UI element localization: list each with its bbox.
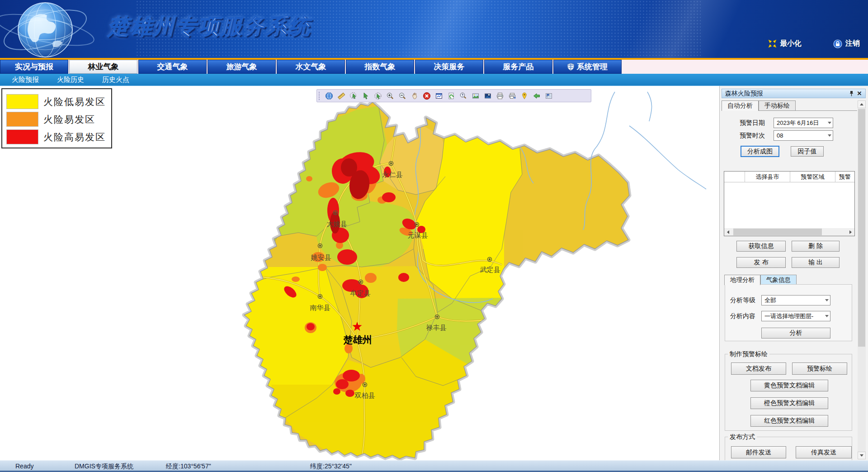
county-label: 元谋县	[408, 231, 428, 239]
column-header-warning[interactable]: 预警	[835, 172, 854, 182]
county-label: 南华县	[310, 304, 330, 312]
tab-realtime-forecast[interactable]: 实况与预报	[0, 60, 68, 74]
clear-tool-icon[interactable]	[422, 91, 431, 100]
application-window: 楚雄州专项服务系统 最小化 注销	[0, 0, 868, 472]
table-header: 选择县市 预警区域 预警	[724, 172, 854, 182]
subtab-fire-risk-history[interactable]: 火险历史	[51, 76, 90, 84]
map-legend: 火险低易发区 火险易发区 火险高易发区	[1, 88, 112, 148]
scroll-up-arrow-icon[interactable]	[858, 100, 866, 108]
county-label: 姚安县	[311, 253, 331, 262]
legend-item-high: 火险高易发区	[6, 128, 111, 146]
email-send-button[interactable]: 邮件发送	[731, 446, 786, 458]
column-header-county[interactable]: 选择县市	[745, 172, 790, 182]
county-regions	[235, 95, 642, 460]
legend-item-medium: 火险易发区	[6, 110, 111, 128]
minimize-icon	[768, 39, 777, 48]
previous-view-tool-icon[interactable]	[532, 91, 541, 100]
column-header-blank[interactable]	[724, 172, 745, 182]
orange-warning-doc-button[interactable]: 橙色预警文档编辑	[750, 397, 828, 409]
pointer-tool-icon[interactable]	[361, 91, 370, 100]
geo-tab-bar: 地理分析 气象信息	[724, 275, 860, 285]
analysis-content-select[interactable]: 一请选择地理图层-	[761, 311, 830, 321]
panel-title: 森林火险预报	[725, 90, 847, 98]
red-warning-doc-button[interactable]: 红色预警文档编辑	[750, 415, 828, 427]
tab-traffic-weather[interactable]: 交通气象	[138, 60, 207, 74]
scrollbar-thumb[interactable]	[733, 229, 822, 235]
legend-item-low: 火险低易发区	[6, 93, 111, 110]
tab-label: 指数气象	[365, 62, 396, 72]
tab-service-products[interactable]: 服务产品	[484, 60, 552, 74]
analysis-level-label: 分析等级	[730, 296, 755, 305]
warning-time-select[interactable]: 08	[774, 130, 833, 141]
analyze-button[interactable]: 分析	[761, 328, 830, 339]
subtab-fire-risk-forecast[interactable]: 火险预报	[5, 76, 45, 84]
print-setup-tool-icon[interactable]	[508, 91, 517, 100]
warning-table[interactable]: 选择县市 预警区域 预警	[724, 171, 855, 236]
tab-label: 交通气象	[157, 62, 188, 72]
logout-button[interactable]: 注销	[833, 39, 860, 48]
tab-label: 服务产品	[503, 62, 534, 72]
column-header-region[interactable]: 预警区域	[790, 172, 835, 182]
panel-tab-auto-analysis[interactable]: 自动分析	[722, 100, 759, 111]
marking-group-title: 制作预警标绘	[728, 350, 769, 358]
doc-publish-button[interactable]: 文档发布	[731, 362, 786, 375]
select-circle-tool-icon[interactable]	[349, 91, 358, 100]
refresh-tool-icon[interactable]	[447, 91, 456, 100]
geo-tab-weather-info[interactable]: 气象信息	[760, 275, 797, 285]
subtab-historical-fire-points[interactable]: 历史火点	[96, 76, 136, 84]
tab-hydro-weather[interactable]: 水文气象	[277, 60, 345, 74]
print-tool-icon[interactable]	[495, 91, 505, 100]
tab-index-weather[interactable]: 指数气象	[346, 60, 414, 74]
scroll-down-arrow-icon[interactable]	[858, 452, 866, 459]
chevron-down-icon	[828, 122, 831, 124]
county-label: 永仁县	[382, 171, 403, 179]
warning-date-select[interactable]: 2023年 6月16日	[774, 118, 833, 128]
table-horizontal-scrollbar[interactable]	[724, 228, 854, 236]
map-flag-tool-icon[interactable]	[544, 91, 553, 100]
tab-forestry-weather[interactable]: 林业气象	[69, 60, 137, 74]
map-viewport[interactable]: 永仁县 元谋县 大姚县 姚安县 武定县 牟定县 南华县 禄丰县 双柏县 楚雄州 …	[0, 86, 719, 460]
panel-scrollbar[interactable]	[858, 100, 866, 459]
scroll-left-arrow-icon[interactable]	[724, 228, 732, 236]
get-info-button[interactable]: 获取信息	[736, 241, 786, 252]
delete-button[interactable]: 删 除	[792, 241, 840, 252]
publish-button[interactable]: 发 布	[736, 257, 786, 268]
factor-value-button[interactable]: 因子值	[791, 146, 824, 157]
close-panel-icon[interactable]: ✕	[855, 90, 863, 97]
minimize-button[interactable]: 最小化	[768, 39, 802, 48]
night-image-tool-icon[interactable]	[483, 91, 492, 100]
full-extent-tool-icon[interactable]	[434, 91, 443, 100]
export-button[interactable]: 输 出	[792, 257, 840, 268]
banner: 楚雄州专项服务系统 最小化 注销	[0, 0, 868, 58]
yellow-warning-doc-button[interactable]: 黄色预警文档编辑	[750, 380, 828, 391]
toolbar-grip[interactable]	[319, 92, 321, 100]
status-system-link[interactable]: DMGIS专项服务系统	[75, 462, 133, 471]
pan-tool-icon[interactable]	[410, 91, 419, 100]
pin-panel-icon[interactable]	[847, 90, 855, 97]
geo-tab-analysis[interactable]: 地理分析	[724, 275, 760, 285]
globe-tool-icon[interactable]	[325, 91, 334, 100]
zoom-in-tool-icon[interactable]	[386, 91, 395, 100]
measure-tool-icon[interactable]	[337, 91, 346, 100]
tab-system-management[interactable]: 系统管理	[553, 60, 622, 74]
tab-tourism-weather[interactable]: 旅游气象	[208, 60, 276, 74]
fax-send-button[interactable]: 传真发送	[796, 446, 852, 458]
export-image-tool-icon[interactable]	[471, 91, 480, 100]
panel-tab-manual-plot[interactable]: 手动标绘	[759, 100, 796, 110]
legend-swatch-orange	[6, 112, 38, 127]
pin-tool-icon[interactable]	[520, 91, 529, 100]
legend-label: 火险低易发区	[43, 95, 106, 108]
county-label: 牟定县	[350, 289, 371, 297]
warning-plot-button[interactable]: 预警标绘	[792, 362, 847, 375]
tab-decision-service[interactable]: 决策服务	[415, 60, 483, 74]
analysis-level-select[interactable]: 全部	[761, 295, 830, 305]
zoom-out-tool-icon[interactable]	[398, 91, 407, 100]
status-longitude: 经度:103°56'57"	[166, 462, 211, 471]
identify-tool-icon[interactable]	[459, 91, 468, 100]
scrollbar-thumb[interactable]	[858, 109, 865, 347]
analyze-map-button[interactable]: 分析成图	[741, 146, 779, 157]
select-area-tool-icon[interactable]	[373, 91, 382, 100]
warning-date-value: 2023年 6月16日	[777, 119, 826, 127]
scroll-right-arrow-icon[interactable]	[847, 228, 854, 236]
legend-label: 火险高易发区	[43, 131, 106, 143]
